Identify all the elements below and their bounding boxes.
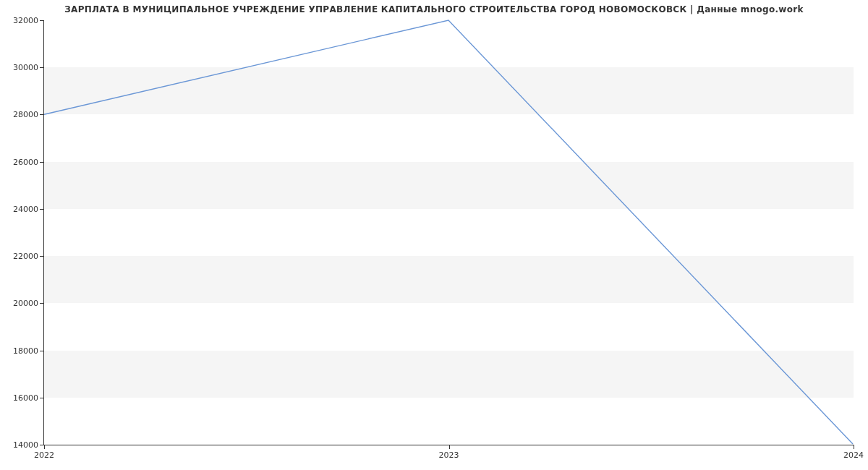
x-tick — [44, 445, 45, 449]
y-tick — [40, 67, 44, 68]
chart-container: ЗАРПЛАТА В МУНИЦИПАЛЬНОЕ УЧРЕЖДЕНИЕ УПРА… — [0, 0, 868, 470]
chart-title: ЗАРПЛАТА В МУНИЦИПАЛЬНОЕ УЧРЕЖДЕНИЕ УПРА… — [0, 4, 868, 14]
y-tick — [40, 351, 44, 351]
x-tick-label: 2023 — [439, 450, 459, 460]
y-tick — [40, 256, 44, 257]
x-tick-label: 2024 — [843, 450, 864, 460]
y-tick — [40, 114, 44, 115]
y-tick — [40, 20, 44, 21]
x-tick — [449, 445, 450, 449]
y-tick-label: 28000 — [13, 110, 38, 119]
y-tick-label: 22000 — [13, 252, 38, 261]
y-tick-label: 18000 — [13, 346, 38, 355]
y-tick-label: 30000 — [13, 63, 38, 72]
y-tick — [40, 303, 44, 304]
y-tick-label: 32000 — [13, 16, 38, 25]
y-tick-label: 14000 — [13, 440, 38, 450]
y-tick-label: 24000 — [13, 204, 38, 213]
y-tick — [40, 398, 44, 398]
plot-area: 1400016000180002000022000240002600028000… — [43, 20, 854, 445]
y-tick-label: 20000 — [13, 299, 38, 308]
y-tick — [40, 209, 44, 210]
y-tick-label: 16000 — [13, 393, 38, 402]
line-series — [44, 20, 854, 445]
x-tick-label: 2022 — [34, 450, 54, 460]
y-tick — [40, 162, 44, 163]
series-polyline — [44, 20, 853, 444]
y-tick-label: 26000 — [13, 157, 38, 166]
x-tick — [854, 445, 854, 449]
